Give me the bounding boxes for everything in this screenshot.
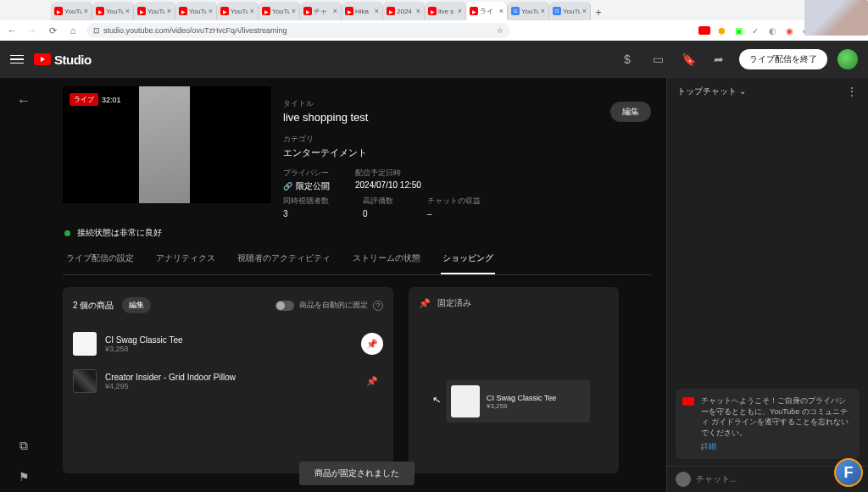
toast-message: 商品が固定されました — [299, 462, 415, 485]
product-row[interactable]: Creator Insider - Grid Indoor Pillow ¥4,… — [73, 362, 383, 400]
extension-icon[interactable]: ◉ — [783, 25, 795, 36]
browser-tab[interactable]: ▶live s× — [425, 2, 466, 20]
category-label: カテゴリ — [283, 134, 651, 145]
chat-mode-dropdown[interactable]: トップチャット ⌄ — [677, 86, 746, 97]
product-count: 2 個の商品 — [73, 300, 114, 312]
extension-icon[interactable]: ✓ — [749, 25, 761, 36]
youtube-icon — [682, 397, 694, 406]
chat-avatar — [676, 472, 691, 487]
pin-icon: 📌 — [419, 298, 431, 309]
viewers-value: 3 — [283, 209, 329, 218]
calendar-icon[interactable]: ▭ — [648, 49, 668, 69]
status-dot-icon — [64, 230, 70, 236]
product-price: ¥4,295 — [105, 382, 353, 390]
home-button[interactable]: ⌂ — [66, 24, 80, 37]
products-panel: 2 個の商品 編集 商品を自動的に固定 ? CI Swag Classic Te… — [63, 287, 393, 473]
avatar[interactable] — [837, 49, 858, 69]
browser-tab[interactable]: ▶2024× — [383, 2, 425, 20]
back-button[interactable]: ← — [5, 24, 19, 37]
share-icon[interactable]: ➦ — [709, 49, 729, 69]
chat-menu-icon[interactable]: ⋮ — [846, 85, 858, 98]
youtube-icon — [34, 53, 51, 65]
likes-value: 0 — [363, 209, 393, 218]
browser-tab[interactable]: ▶YouTu× — [92, 2, 134, 20]
product-name: CI Swag Classic Tee — [105, 335, 353, 345]
product-thumbnail — [451, 385, 480, 417]
chevron-down-icon: ⌄ — [739, 86, 746, 96]
end-stream-button[interactable]: ライブ配信を終了 — [739, 49, 827, 69]
pinned-product-card[interactable]: CI Swag Classic Tee ¥3,258 — [446, 380, 590, 423]
auto-pin-label: 商品を自動的に固定 — [299, 300, 368, 311]
tab-analytics[interactable]: アナリティクス — [154, 244, 217, 274]
url-text: studio.youtube.com/video/ovuTzHvcFqA/liv… — [103, 26, 287, 35]
extension-icon[interactable]: ◐ — [766, 25, 778, 36]
pin-button[interactable]: 📌 — [361, 370, 383, 392]
tab-shopping[interactable]: ショッピング — [441, 244, 495, 274]
extension-icon[interactable]: ▣ — [732, 25, 744, 36]
privacy-value: 限定公開 — [296, 180, 330, 192]
guidelines-link[interactable]: 詳細 — [701, 441, 853, 452]
reload-button[interactable]: ⟳ — [46, 24, 59, 37]
bookmark-icon[interactable]: 🔖 — [678, 49, 698, 69]
auto-pin-toggle[interactable] — [275, 301, 294, 311]
popout-icon[interactable]: ⧉ — [19, 439, 28, 453]
live-badge: ライブ — [70, 93, 98, 106]
revenue-value: – — [427, 209, 481, 218]
product-row[interactable]: CI Swag Classic Tee ¥3,258 📌 — [73, 325, 383, 362]
studio-logo[interactable]: Studio — [34, 53, 92, 67]
menu-icon[interactable] — [10, 55, 24, 64]
forward-button[interactable]: → — [25, 24, 39, 37]
tab-activity[interactable]: 視聴者のアクティビティ — [236, 244, 332, 274]
tabs-nav: ライブ配信の設定 アナリティクス 視聴者のアクティビティ ストリームの状態 ショ… — [63, 244, 651, 275]
browser-tab[interactable]: ▶チャ× — [300, 2, 342, 20]
browser-tab[interactable]: ▶Hika× — [342, 2, 383, 20]
browser-tabs: ▶YouTu× ▶YouTu× ▶YouTu× ▶YouTu× ▶YouTu× … — [0, 0, 868, 20]
product-thumbnail — [73, 332, 97, 356]
edit-products-button[interactable]: 編集 — [122, 297, 151, 313]
tab-health[interactable]: ストリームの状態 — [351, 244, 422, 274]
browser-tab[interactable]: GYouTu× — [549, 2, 591, 20]
privacy-label: プライバシー — [283, 168, 330, 179]
stream-duration: 32:01 — [102, 96, 121, 104]
pin-button[interactable]: 📌 — [361, 333, 383, 355]
pinned-panel: 📌 固定済み ↖ CI Swag Classic Tee ¥3,258 — [409, 287, 619, 473]
back-arrow-icon[interactable]: ← — [17, 93, 31, 108]
webcam-overlay — [804, 0, 868, 36]
product-name: Creator Insider - Grid Indoor Pillow — [105, 373, 353, 382]
title-label: タイトル — [283, 98, 651, 109]
browser-tab[interactable]: ▶YouTu× — [217, 2, 259, 20]
new-tab-button[interactable]: + — [591, 5, 606, 20]
product-price: ¥3,258 — [105, 345, 353, 353]
browser-tab[interactable]: ▶YouTu× — [175, 2, 217, 20]
browser-tab[interactable]: ▶ライ× — [466, 2, 508, 20]
extension-icon[interactable]: ⬢ — [715, 25, 727, 36]
extension-icon[interactable] — [698, 25, 710, 36]
browser-tab[interactable]: ▶YouTu× — [259, 2, 300, 20]
address-bar[interactable]: ⊡ studio.youtube.com/video/ovuTzHvcFqA/l… — [86, 23, 510, 38]
edit-stream-button[interactable]: 編集 — [610, 102, 651, 122]
pinned-header: 固定済み — [437, 297, 471, 309]
browser-tab[interactable]: ▶YouTu× — [51, 2, 92, 20]
chat-panel: トップチャット ⌄ ⋮ チャットへようこそ！ご自身のプライバシーを守るとともに、… — [666, 78, 868, 492]
likes-label: 高評価数 — [363, 196, 393, 207]
help-icon[interactable]: ? — [373, 301, 383, 311]
tab-settings[interactable]: ライブ配信の設定 — [64, 244, 136, 274]
chat-welcome: チャットへようこそ！ご自身のプライバシーを守るとともに、YouTube のコミュ… — [676, 389, 860, 459]
browser-tab[interactable]: ▶YouTu× — [134, 2, 175, 20]
schedule-label: 配信予定日時 — [355, 168, 421, 179]
revenue-label: チャットの収益 — [427, 196, 481, 207]
pinned-product-name: CI Swag Classic Tee — [487, 394, 556, 402]
viewers-label: 同時視聴者数 — [283, 196, 329, 207]
monetization-icon[interactable]: $ — [617, 49, 637, 69]
stream-title: live shopping test — [283, 111, 651, 124]
cursor-icon: ↖ — [431, 393, 442, 406]
category-value: エンターテイメント — [283, 146, 651, 159]
site-info-icon[interactable]: ⊡ — [93, 26, 100, 35]
browser-tab[interactable]: GYouTu× — [508, 2, 549, 20]
feedback-icon[interactable]: ⚑ — [19, 470, 30, 484]
stream-preview: ライブ 32:01 — [63, 86, 271, 203]
pinned-product-price: ¥3,258 — [487, 402, 556, 410]
overlay-badge: F — [834, 458, 863, 487]
chat-input[interactable]: チャット... — [696, 473, 831, 485]
link-icon: 🔗 — [283, 182, 292, 191]
